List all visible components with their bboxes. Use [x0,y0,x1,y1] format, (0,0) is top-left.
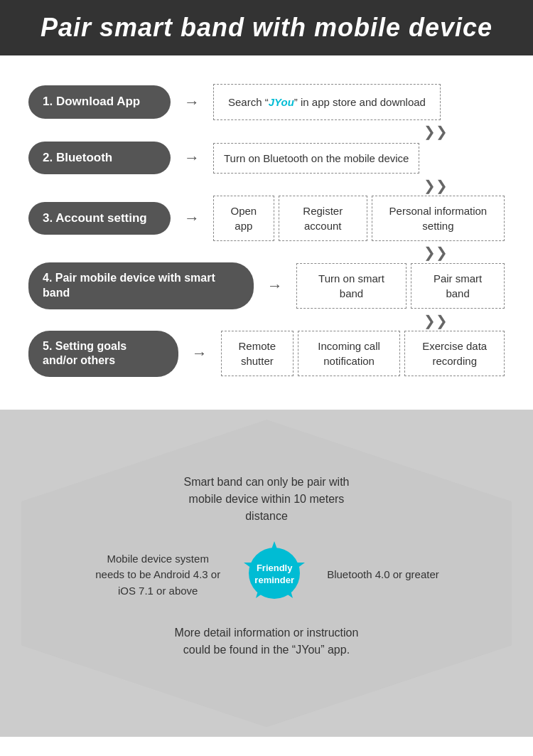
reminder-bottom-text: More detail information or instruction c… [167,624,366,659]
down-arrow4: ❯❯ [28,314,505,328]
step3-box1: Open app [213,196,274,241]
step5-box3: Exercise data recording [404,331,505,376]
reminder-content: Smart band can only be pair with mobile … [51,431,482,701]
reminder-badge-wrap: Friendly reminder [239,538,310,612]
reminder-right-text: Bluetooth 4.0 or greater [327,567,439,583]
step2-row: 2. Bluetooth → Turn on Bluetooth on the … [28,142,505,174]
arrow2: → [171,149,213,167]
down-arrow3: ❯❯ [28,245,505,260]
step5-box2: Incoming call notification [298,331,401,376]
reminder-badge-text: Friendly reminder [246,563,303,587]
step4-row: 4. Pair mobile device with smart band → … [28,262,505,309]
down-arrow2: ❯❯ [28,179,505,193]
step5-box1: Remote shutter [221,331,294,376]
step4-boxes: Turn on smart band Pair smart band [296,263,505,309]
down-arrow1: ❯❯ [28,124,505,139]
arrow4: → [254,277,296,295]
step4-box2: Pair smart band [411,263,505,309]
step3-box3: Personal information setting [372,196,505,241]
step5-pill: 5. Setting goals and/or others [28,331,178,378]
reminder-top-text: Smart band can only be pair with mobile … [167,474,366,525]
arrow5: → [178,344,221,363]
step4-pill: 4. Pair mobile device with smart band [28,262,254,309]
page-title: Pair smart band with mobile device [14,13,519,43]
step5-boxes: Remote shutter Incoming call notificatio… [221,331,505,376]
step2-pill: 2. Bluetooth [28,142,171,174]
step2-box: Turn on Bluetooth on the mobile device [213,143,419,174]
arrow1: → [171,93,213,112]
arrow3: → [171,209,213,228]
step1-row: 1. Download App → Search “JYou” in app s… [28,84,505,120]
step5-row: 5. Setting goals and/or others → Remote … [28,331,505,378]
step3-boxes: Open app Register account Personal infor… [213,196,505,241]
step3-pill: 3. Account setting [28,202,171,235]
reminder-section: Smart band can only be pair with mobile … [0,410,533,737]
main-content: 1. Download App → Search “JYou” in app s… [0,55,533,756]
step4-box1: Turn on smart band [296,263,407,309]
brand-jyou: JYou [269,96,294,108]
step1-box: Search “JYou” in app store and download [213,84,441,120]
reminder-middle: Mobile device system needs to be Android… [94,538,439,612]
step3-box2: Register account [279,196,367,241]
page-header: Pair smart band with mobile device [0,0,533,55]
reminder-left-text: Mobile device system needs to be Android… [94,551,222,600]
step1-pill: 1. Download App [28,85,171,118]
step3-row: 3. Account setting → Open app Register a… [28,196,505,241]
